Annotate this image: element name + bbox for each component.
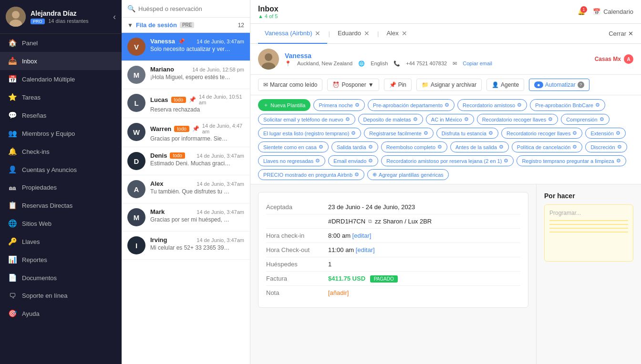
template-primera-noche[interactable]: Primera noche ⚙ [313,99,365,111]
template-recordatorio-llaves[interactable]: Recordatorio recoger llaves ⚙ [477,114,558,125]
template-recordatorio-reserva-lejana[interactable]: Recordatorio amistoso por reserva lejana… [381,155,514,166]
tab-close-icon[interactable]: ✕ [402,30,407,37]
sidebar-item-miembros[interactable]: 👥 Miembros y Equipo [0,124,122,142]
sidebar-item-checkins[interactable]: 🔔 Check-ins [0,142,122,161]
template-recordatorio-amistoso[interactable]: Recordatorio amistoso ⚙ [457,99,527,111]
automate-button[interactable]: ● Automatizar ? [529,79,589,91]
collapse-icon[interactable]: ‹ [113,12,116,22]
template-politica[interactable]: Política de cancelación ⚙ [512,142,583,152]
pin-button[interactable]: 📌 Pin [384,79,412,91]
template-registrarse[interactable]: Registrarse facilmente ⚙ [364,128,433,139]
close-all-button[interactable]: Cerrar ✕ [609,30,633,37]
sidebar-item-ayuda[interactable]: 🎯 Ayuda [0,304,122,323]
new-template-button[interactable]: ＋ Nueva Plantilla [258,99,310,111]
template-precio-airbnb[interactable]: PRECIO mostrado en pregunta Airbnb ⚙ [258,169,364,180]
template-sientete[interactable]: Sientete como en casa ⚙ [258,142,329,152]
tab-close-icon[interactable]: ✕ [315,30,320,37]
sidebar-item-sitios[interactable]: 🌐 Sitios Web [0,214,122,233]
sidebar-item-propiedades[interactable]: 🏘 Propiedades [0,179,122,196]
template-discrecion[interactable]: Discreción ⚙ [585,142,627,152]
sidebar-item-documentos[interactable]: 📄 Documentos [0,269,122,287]
agent-button[interactable]: 👤 Agente [486,79,524,91]
sidebar-item-calendario[interactable]: 📅 Calendario Múltiple [0,70,122,88]
template-registro-temprano[interactable]: Registro temprano preguntar a limpieza ⚙ [517,155,626,166]
avatar: M [127,208,145,226]
template-pre-aprobacion-depto[interactable]: Pre-aprobación departamento ⚙ [368,99,455,111]
sidebar-item-resenas[interactable]: 💬 Reseñas [0,106,122,124]
checkin-edit-link[interactable]: [editar] [352,232,372,239]
template-extension[interactable]: Extensión ⚙ [585,128,625,139]
template-antes-salida[interactable]: Antes de la salida ⚙ [450,142,509,152]
panel-icon: 🏠 [8,39,17,47]
template-ac-mexico[interactable]: AC in México ⚙ [426,114,474,125]
template-email-enviado[interactable]: Email enviado ⚙ [328,155,378,166]
list-item[interactable]: L Lucas todo 📌 14 de Junio, 10:51 am Res… [122,89,250,118]
template-salida-tardia[interactable]: Salida tardía ⚙ [331,142,378,152]
resenas-icon: 💬 [8,111,17,120]
postpone-button[interactable]: ⏰ Posponer ▼ [327,79,379,91]
new-template-label: Nueva Plantilla [270,102,305,108]
template-lugar-listo[interactable]: El lugar esta listo (registro temprano) … [258,128,361,139]
list-item[interactable]: A Alex 14 de Junio, 3:47am Tu también. Q… [122,175,250,203]
calendario-icon: 📅 [8,75,17,83]
template-solicitar-email[interactable]: Solicitar email y teléfono de nuevo ⚙ [258,114,355,125]
template-label: Sientete como en casa [263,144,317,150]
add-generic-button[interactable]: ⊕ Agregar plantillas genéricas [367,169,449,180]
sidebar-item-llaves[interactable]: 🔑 Llaves [0,233,122,251]
template-comprension[interactable]: Comprensión ⚙ [561,114,609,125]
sidebar-item-reportes[interactable]: 📊 Reportes [0,251,122,269]
sidebar-item-cuentas[interactable]: 👤 Cuentas y Anuncios [0,161,122,179]
template-llaves-no-regresadas[interactable]: Llaves no regresadas ⚙ [258,155,325,166]
svg-point-1 [12,11,20,19]
guest-avatar [258,49,279,70]
checkout-edit-link[interactable]: [editar] [356,246,375,253]
assign-archive-button[interactable]: 📁 Asignar y archivar [416,79,482,91]
todo-badge: todo [171,97,186,103]
chevron-down-icon: ▼ [127,22,133,29]
calendar-button[interactable]: 📅 Calendario [593,8,633,15]
list-item[interactable]: M Mariano 14 de Junio, 12:58 pm ¡Hola Mi… [122,61,250,89]
tab-vanessa[interactable]: Vanessa (Airbnb) ✕ [258,24,327,44]
sidebar-item-inbox[interactable]: 📥 Inbox [0,52,122,70]
pin-icon: 📌 [189,96,196,103]
template-reembolso[interactable]: Reembolso completo ⚙ [381,142,447,152]
tab-alex[interactable]: Alex ✕ [380,24,414,44]
template-deposito-maletas[interactable]: Deposito de maletas ⚙ [358,114,423,125]
template-pre-aprobacion-bnbcare[interactable]: Pre-aprobación BnbCare ⚙ [530,99,605,111]
template-label: Disfruta tu estancia [442,131,486,136]
nota-add-link[interactable]: [añadir] [328,289,349,296]
copy-email-button[interactable]: Copiar email [463,61,492,66]
tab-close-icon[interactable]: ✕ [364,30,370,37]
list-item[interactable]: I Irving 14 de Junio, 3:47am Mi celular … [122,232,250,260]
tareas-icon: ⭐ [8,93,17,101]
gear-icon: ⚙ [548,116,553,122]
template-recordatorio-llaves2[interactable]: Recordatorio recoger llaves ⚙ [501,128,583,139]
guest-phone: +44 7521 407832 [406,61,447,66]
mark-read-button[interactable]: ✉ Marcar como leído [258,79,322,91]
sidebar-item-panel[interactable]: 🏠 Panel [0,34,122,52]
queue-header[interactable]: ▼ Fila de sesión PRE 12 [122,18,250,33]
todo-card: Programar... [544,204,633,262]
list-item[interactable]: V Vanessa 📌 14 de Junio, 3:47am Solo nec… [122,33,250,61]
clock-icon: ⏰ [332,81,340,88]
list-item[interactable]: W Warren todo 📌 14 de Junio, 4:47 am Gra… [122,118,250,147]
gear-icon: ⚙ [424,130,428,136]
message-preview: Solo necesito actualizar y verificar mi.… [150,46,231,52]
code-copy-icon[interactable]: ⧉ [368,218,372,224]
sidebar-item-reservas[interactable]: 📋 Reservas Directas [0,196,122,214]
documentos-icon: 📄 [8,273,17,282]
booking-row-checkin: Hora check-in 8:00 am [editar] [266,229,520,243]
notification-button[interactable]: 🔔 1 [575,5,588,18]
gear-icon: ⚙ [368,144,373,150]
message-body: Irving 14 de Junio, 3:47am Mi celular es… [150,236,244,251]
sidebar-item-soporte[interactable]: 🗨 Soporte en línea [0,287,122,304]
template-disfruta[interactable]: Disfruta tu estancia ⚙ [436,128,498,139]
sidebar-item-label: Inbox [22,58,37,65]
search-input[interactable] [138,5,244,12]
list-item[interactable]: M Mark 14 de Junio, 3:47am Gracias por s… [122,203,250,232]
tab-eduardo[interactable]: Eduardo ✕ [331,24,376,44]
sidebar-item-tareas[interactable]: ⭐ Tareas [0,88,122,106]
main-header: Inbox ▲ 4 of 5 🔔 1 📅 Calendario [250,0,641,24]
phone-icon: 📞 [393,61,400,67]
list-item[interactable]: D Denis todo 14 de Junio, 3:47am Estimad… [122,147,250,175]
